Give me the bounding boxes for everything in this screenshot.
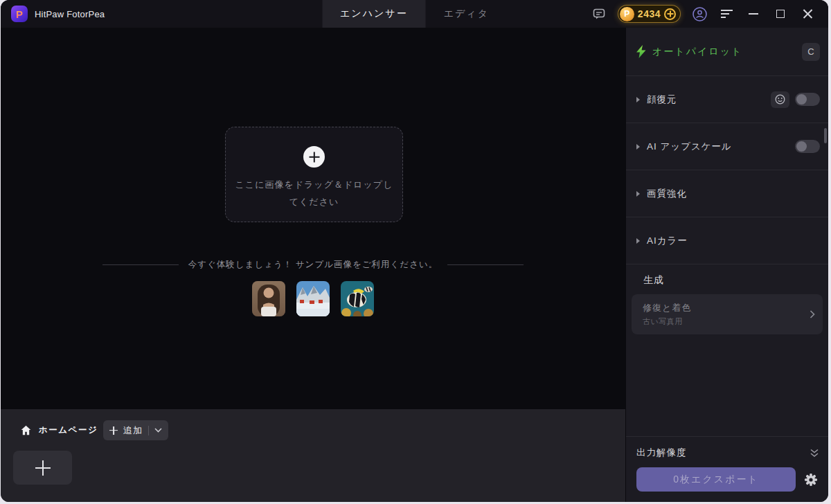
double-chevron-down-icon[interactable] [810,449,819,458]
export-row: 0枚エクスポート [636,467,819,492]
app-logo-icon: P [11,6,28,22]
app-brand: P HitPaw FotorPea [1,6,105,22]
project-bar: ホームページ 追加 [1,409,625,502]
expand-arrow-icon[interactable] [636,238,640,244]
app-title: HitPaw FotorPea [35,9,105,19]
add-credits-icon[interactable] [664,8,676,20]
section-label: AI アップスケール [647,141,795,153]
panel-scrollbar[interactable] [824,128,827,143]
repair-colorize-card[interactable]: 修復と着色 古い写真用 [632,294,823,334]
credits-badge[interactable]: P 2434 [618,5,681,23]
face-model-button[interactable] [771,91,789,108]
titlebar-right: P 2434 [591,0,828,28]
section-label: 画質強化 [647,188,820,200]
output-resolution-label: 出力解像度 [636,447,687,459]
autopilot-label: オートパイロット [652,46,802,58]
divider [102,264,179,265]
section-label: 顔復元 [647,93,771,106]
plus-circle-icon[interactable] [303,146,325,168]
content: ここに画像をドラッグ＆ドロップしてください 今すぐ体験しましょう！ サンプル画像… [1,28,828,502]
plus-icon [109,426,118,435]
coin-icon: P [620,7,634,21]
generate-header: 生成 [643,274,828,287]
logo-letter: P [16,8,23,20]
divider [148,426,149,435]
chevron-down-icon[interactable] [154,428,162,433]
reset-button[interactable]: C [802,43,820,61]
section-ai-color[interactable]: AIカラー [626,217,828,264]
sample-hint-row: 今すぐ体験しましょう！ サンプル画像をご利用ください。 [1,259,625,271]
sample-fish-thumbnail[interactable] [341,281,374,316]
smiley-icon [775,94,785,105]
dropzone-hint: ここに画像をドラッグ＆ドロップしてください [232,176,397,210]
plus-icon [35,460,51,476]
home-page-label: ホームページ [39,424,98,436]
add-image-label: 追加 [123,424,143,437]
app-window: P HitPaw FotorPea エンハンサー エディタ P 2434 [1,0,828,502]
titlebar: P HitPaw FotorPea エンハンサー エディタ P 2434 [1,0,828,28]
add-image-button[interactable]: 追加 [103,420,168,440]
autopilot-header: オートパイロット C [626,28,828,76]
main-area: ここに画像をドラッグ＆ドロップしてください 今すぐ体験しましょう！ サンプル画像… [1,28,625,502]
section-label: AIカラー [647,235,820,247]
expand-arrow-icon[interactable] [636,191,640,197]
face-restore-toggle[interactable] [795,93,820,106]
divider [447,264,524,265]
card-title: 修復と着色 [643,302,802,314]
mode-tabs: エンハンサー エディタ [322,0,507,28]
account-icon[interactable] [691,6,708,22]
section-face-restore[interactable]: 顔復元 [626,76,828,123]
menu-icon[interactable] [718,6,735,22]
minimize-button[interactable] [745,6,762,22]
coin-letter: P [624,9,629,19]
home-icon [20,424,32,436]
section-quality-enhance[interactable]: 画質強化 [626,170,828,217]
ai-upscale-toggle[interactable] [795,140,820,153]
tab-editor[interactable]: エディタ [426,0,507,28]
panel-footer: 出力解像度 0枚エクスポート [626,436,828,502]
output-resolution-row[interactable]: 出力解像度 [636,444,819,462]
editor-canvas: ここに画像をドラッグ＆ドロップしてください 今すぐ体験しましょう！ サンプル画像… [1,28,625,409]
expand-arrow-icon[interactable] [636,97,640,102]
expand-arrow-icon[interactable] [636,144,640,150]
sample-landscape-thumbnail[interactable] [296,281,330,316]
section-ai-upscale[interactable]: AI アップスケール [626,123,828,170]
sample-hint-text: 今すぐ体験しましょう！ サンプル画像をご利用ください。 [188,259,438,271]
export-button[interactable]: 0枚エクスポート [636,467,796,492]
sample-thumbnails [1,281,625,316]
tab-enhancer[interactable]: エンハンサー [322,0,426,28]
card-subtitle: 古い写真用 [643,316,802,327]
credits-count: 2434 [638,8,661,19]
close-button[interactable] [799,6,816,22]
lightning-icon [636,45,646,58]
export-settings-button[interactable] [803,471,819,488]
gear-icon [804,473,818,487]
image-dropzone[interactable]: ここに画像をドラッグ＆ドロップしてください [225,127,403,222]
home-page-button[interactable]: ホームページ [20,424,98,436]
maximize-button[interactable] [772,6,789,22]
chat-icon[interactable] [591,6,607,22]
chevron-right-icon [810,310,815,319]
sample-portrait-thumbnail[interactable] [252,281,285,316]
enhance-panel: オートパイロット C 顔復元 AI アップスケール [625,28,828,502]
new-image-tile-button[interactable] [13,451,72,485]
